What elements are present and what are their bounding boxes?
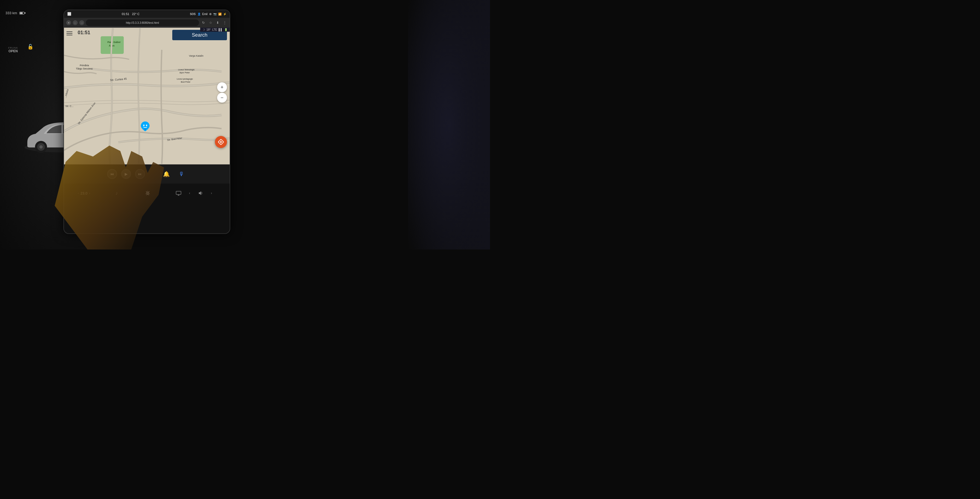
url-bar[interactable]: http://3.3.3.3:8080/test.html xyxy=(86,19,199,26)
download-button[interactable]: ⬇ xyxy=(215,20,220,26)
location-center-button[interactable] xyxy=(215,136,227,148)
frunk-status: FRUNK OPEN xyxy=(8,46,18,53)
map-container[interactable]: Parc Gabor Áron xyxy=(64,28,230,164)
svg-point-32 xyxy=(146,125,147,126)
prev-track-button[interactable]: ⏮ xyxy=(107,169,117,179)
media-controls-bar: ⏮ ▶ ⏭ 🔔 🎙 xyxy=(64,164,230,183)
right-background xyxy=(408,0,490,250)
forward-button[interactable]: → xyxy=(79,20,84,25)
browser-chrome: ✕ ← → http://3.3.3.3:8080/test.html ↻ ☆ … xyxy=(64,18,230,28)
screen-toggle-button[interactable] xyxy=(174,189,183,198)
signal-bars: ▌▌ xyxy=(219,28,223,31)
music-icon: ♪ xyxy=(115,190,118,196)
tablet-frame: ⬜ 01:51 22° C SOS 👤 Emil ⚙ 📷 📶 ⚡ ✕ ← → h… xyxy=(64,10,230,234)
fan-icon xyxy=(145,190,151,196)
map-svg: Parc Gabor Áron xyxy=(64,28,230,164)
mic-button[interactable]: 🎙 xyxy=(177,169,186,179)
play-pause-button[interactable]: ▶ xyxy=(121,169,131,179)
svg-rect-9 xyxy=(64,28,230,164)
status-center: 01:51 22° C xyxy=(122,12,140,16)
close-button[interactable]: ✕ xyxy=(66,20,71,25)
user-icon: 👤 xyxy=(197,13,201,16)
svg-text:Bod Peter: Bod Peter xyxy=(181,81,191,83)
zoom-out-button[interactable]: − xyxy=(217,93,227,103)
map-status-overlay: ☽ 18° LTE ▌▌ 🔋 xyxy=(200,28,230,32)
svg-marker-38 xyxy=(199,191,201,195)
speaker-icon xyxy=(198,190,203,196)
map-battery-icon: 🔋 xyxy=(224,28,228,31)
playback-controls: ⏮ ▶ ⏭ xyxy=(107,169,145,179)
bookmark-button[interactable]: ☆ xyxy=(208,20,213,26)
status-left: ⬜ xyxy=(67,12,72,16)
bottom-controls-bar: ‹ 23.0 › ♪ xyxy=(64,183,230,203)
map-time-display: 01:51 xyxy=(78,30,90,35)
svg-text:Varga Katalin: Varga Katalin xyxy=(189,54,204,57)
waze-nav-marker xyxy=(140,121,150,133)
lock-icon: 🔓 xyxy=(27,44,33,50)
url-text: http://3.3.3.3:8080/test.html xyxy=(126,21,159,24)
svg-text:Primăria: Primăria xyxy=(80,64,89,67)
frunk-label: FRUNK xyxy=(8,46,18,49)
menu-line-2 xyxy=(67,33,72,33)
volume-icon xyxy=(196,189,205,198)
wifi-icon: 📶 xyxy=(218,13,221,16)
map-menu-button[interactable] xyxy=(65,29,74,38)
svg-text:Apor Peter: Apor Peter xyxy=(180,72,190,74)
back-button[interactable]: ← xyxy=(73,20,78,25)
waze-marker-svg xyxy=(140,121,150,132)
status-temp: 22° C xyxy=(132,12,140,16)
screen-icon xyxy=(176,190,181,196)
search-text: Search xyxy=(192,32,207,38)
notification-controls: 🔔 🎙 xyxy=(161,169,186,179)
moon-icon: ☽ xyxy=(202,28,205,31)
battery-range-display: 333 km xyxy=(5,11,25,15)
right-bottom-controls: ‹ › xyxy=(174,189,216,198)
bluetooth-icon: ⚡ xyxy=(223,13,226,16)
svg-text:Liceul Tehnologic: Liceul Tehnologic xyxy=(178,69,195,71)
user-name: Emil xyxy=(202,13,208,16)
sos-button[interactable]: SOS xyxy=(190,13,196,16)
menu-line-3 xyxy=(67,35,72,35)
volume-down-button[interactable]: ‹ xyxy=(185,189,194,198)
status-time: 01:51 xyxy=(122,12,129,16)
play-icon: ▶ xyxy=(125,172,128,176)
volume-up-button[interactable]: › xyxy=(207,189,216,198)
temperature-control[interactable]: ‹ 23.0 › xyxy=(78,191,90,195)
next-icon: ⏭ xyxy=(138,172,142,176)
map-zoom-controls: + − xyxy=(217,82,227,103)
svg-text:Târgu Secuiesc: Târgu Secuiesc xyxy=(76,67,93,70)
vol-right-arrow: › xyxy=(211,191,212,195)
svg-point-34 xyxy=(147,193,148,194)
status-right: SOS 👤 Emil ⚙ 📷 📶 ⚡ xyxy=(190,13,226,16)
svg-text:Parc Gabor: Parc Gabor xyxy=(107,41,121,43)
bell-button[interactable]: 🔔 xyxy=(161,169,171,179)
zoom-in-button[interactable]: + xyxy=(217,82,227,92)
svg-point-26 xyxy=(220,141,222,143)
temp-right-chevron[interactable]: › xyxy=(89,191,90,195)
menu-line-1 xyxy=(67,32,72,32)
reload-button[interactable]: ↻ xyxy=(201,20,206,26)
more-button[interactable]: ⋮ xyxy=(222,20,228,26)
temp-number: 23.0 xyxy=(80,191,87,195)
location-icon xyxy=(218,139,224,145)
temp-left-chevron[interactable]: ‹ xyxy=(78,191,79,195)
music-note-button[interactable]: ♪ xyxy=(112,189,121,198)
battery-range-text: 333 km xyxy=(5,11,17,15)
next-track-button[interactable]: ⏭ xyxy=(135,169,145,179)
svg-rect-35 xyxy=(176,191,181,194)
android-status-bar: ⬜ 01:51 22° C SOS 👤 Emil ⚙ 📷 📶 ⚡ xyxy=(64,10,230,18)
settings-icon: ⚙ xyxy=(209,13,212,16)
svg-point-3 xyxy=(40,145,43,148)
map-overlay-temp: 18° xyxy=(207,28,210,31)
tab-icon: ⬜ xyxy=(67,12,72,16)
camera-icon: 📷 xyxy=(213,13,216,16)
battery-icon xyxy=(19,12,25,14)
frunk-open-text: OPEN xyxy=(8,49,18,53)
lte-text: LTE xyxy=(212,28,217,31)
fan-button[interactable] xyxy=(143,189,152,198)
svg-text:Liceul pedagogic: Liceul pedagogic xyxy=(177,78,193,80)
temperature-value: 23.0 xyxy=(80,191,87,195)
vol-left-arrow: ‹ xyxy=(189,191,190,195)
svg-point-31 xyxy=(143,125,145,126)
svg-text:Str. C...: Str. C... xyxy=(65,105,73,107)
